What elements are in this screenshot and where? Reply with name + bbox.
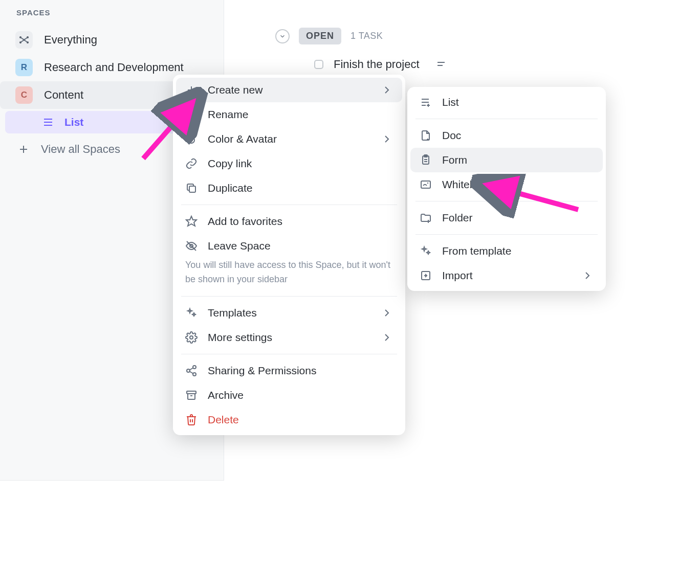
menu-label: Duplicate [208, 182, 253, 194]
clipboard-icon [420, 154, 432, 166]
menu-label: Folder [442, 212, 473, 224]
task-row[interactable]: Finish the project [245, 44, 680, 71]
sidebar-subitem-label: List [64, 116, 83, 128]
menu-label: More settings [208, 331, 272, 344]
list-add-icon [420, 96, 432, 108]
menu-item-templates[interactable]: Templates [176, 301, 402, 325]
menu-label: Copy link [208, 157, 252, 170]
menu-label: Create new [208, 84, 262, 96]
svg-line-7 [20, 40, 24, 42]
gear-icon [185, 331, 198, 344]
whiteboard-icon [420, 178, 432, 191]
link-icon [185, 157, 198, 170]
task-menu-icon[interactable] [435, 58, 447, 71]
menu-divider [181, 205, 397, 205]
task-count: 1 TASK [351, 31, 383, 41]
menu-label: Rename [208, 108, 248, 121]
menu-label: Sharing & Permissions [208, 365, 316, 377]
menu-leave-note: You will still have access to this Space… [176, 258, 402, 292]
menu-divider [181, 296, 397, 297]
sidebar-header: SPACES [0, 4, 224, 26]
menu-item-create-new[interactable]: Create new [176, 78, 402, 102]
svg-point-44 [427, 183, 428, 184]
menu-label: List [442, 96, 459, 108]
sidebar-item-label: Everything [44, 33, 97, 47]
menu-label: Color & Avatar [208, 133, 277, 145]
menu-divider [415, 119, 598, 119]
chevron-right-icon [381, 133, 393, 145]
droplet-icon [185, 133, 198, 145]
svg-point-24 [187, 369, 190, 372]
network-icon [15, 31, 33, 49]
chevron-right-icon [381, 84, 393, 96]
create-new-submenu: List Doc Form Whiteboard Folder From tem… [407, 87, 606, 291]
submenu-item-folder[interactable]: Folder [410, 206, 603, 230]
menu-item-more-settings[interactable]: More settings [176, 325, 402, 350]
submenu-item-doc[interactable]: Doc [410, 123, 603, 148]
sidebar-item-label: Content [44, 88, 83, 102]
svg-line-8 [24, 40, 28, 42]
chevron-right-icon [581, 269, 594, 282]
chevron-right-icon [381, 307, 393, 319]
task-checkbox[interactable] [314, 60, 323, 69]
menu-label: Archive [208, 389, 244, 401]
svg-line-26 [190, 368, 193, 370]
menu-divider [181, 354, 397, 354]
collapse-toggle[interactable] [275, 29, 290, 43]
svg-line-5 [20, 37, 24, 40]
svg-point-22 [190, 336, 193, 339]
trash-icon [185, 414, 198, 426]
submenu-item-list[interactable]: List [410, 90, 603, 115]
pencil-icon [185, 108, 198, 121]
menu-item-color-avatar[interactable]: Color & Avatar [176, 127, 402, 151]
sidebar-item-label: Research and Development [44, 61, 184, 74]
menu-item-copy-link[interactable]: Copy link [176, 151, 402, 176]
menu-item-sharing[interactable]: Sharing & Permissions [176, 358, 402, 383]
task-title: Finish the project [334, 58, 420, 71]
eye-off-icon [185, 240, 198, 252]
submenu-item-import[interactable]: Import [410, 263, 603, 288]
sparkle-icon [420, 245, 432, 257]
menu-item-duplicate[interactable]: Duplicate [176, 176, 402, 200]
sparkle-icon [185, 307, 198, 319]
status-badge[interactable]: OPEN [299, 28, 341, 44]
svg-rect-18 [189, 186, 195, 192]
space-avatar-c: C [15, 86, 33, 104]
submenu-item-whiteboard[interactable]: Whiteboard [410, 172, 603, 197]
menu-item-favorites[interactable]: Add to favorites [176, 209, 402, 234]
sidebar-viewall-label: View all Spaces [41, 143, 120, 156]
archive-icon [185, 389, 198, 401]
menu-item-archive[interactable]: Archive [176, 383, 402, 408]
menu-item-rename[interactable]: Rename [176, 102, 402, 127]
submenu-item-from-template[interactable]: From template [410, 239, 603, 263]
folder-add-icon [420, 212, 432, 224]
svg-point-23 [193, 366, 196, 369]
sidebar-item-everything[interactable]: Everything [0, 26, 224, 54]
menu-label: Import [442, 269, 473, 282]
menu-divider [415, 201, 598, 201]
svg-rect-28 [187, 391, 196, 394]
menu-divider [415, 234, 598, 235]
doc-icon [420, 129, 432, 142]
submenu-item-form[interactable]: Form [410, 148, 603, 172]
menu-item-delete[interactable]: Delete [176, 408, 402, 432]
chevron-right-icon [381, 331, 393, 344]
menu-label: From template [442, 245, 511, 257]
share-icon [185, 365, 198, 377]
menu-label: Leave Space [208, 240, 271, 252]
svg-line-27 [190, 371, 193, 373]
plus-icon [185, 84, 198, 96]
menu-item-leave-space[interactable]: Leave Space [176, 234, 402, 258]
space-avatar-r: R [15, 59, 33, 76]
star-icon [185, 215, 198, 228]
menu-label: Form [442, 154, 467, 166]
svg-line-6 [24, 37, 28, 40]
import-icon [420, 269, 432, 282]
context-menu: Create new Rename Color & Avatar Copy li… [173, 75, 405, 435]
duplicate-icon [185, 182, 198, 194]
svg-point-25 [193, 373, 196, 376]
menu-label: Templates [208, 307, 257, 319]
status-row: OPEN 1 TASK [245, 28, 680, 44]
svg-marker-19 [186, 216, 196, 226]
menu-label: Delete [208, 414, 239, 426]
